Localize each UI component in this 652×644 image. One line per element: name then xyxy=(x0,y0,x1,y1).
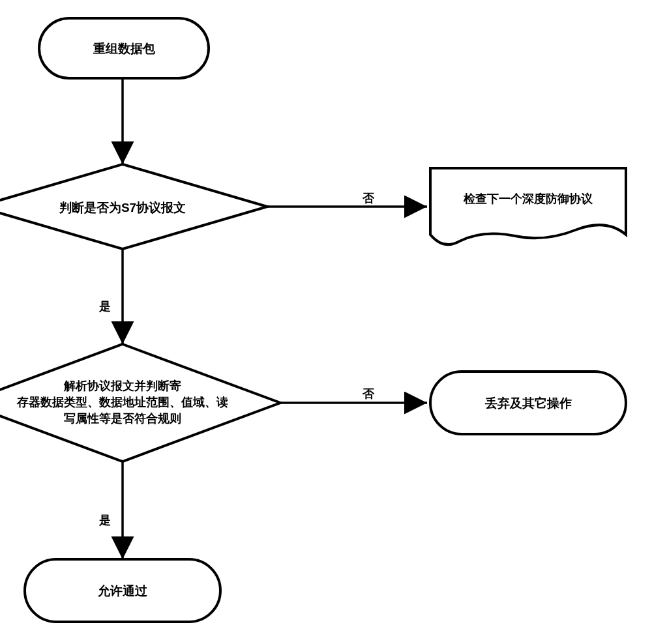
label-decision2: 解析协议报文并判断寄 存器数据类型、数据地址范围、值域、读 写属性等是否符合规则 xyxy=(0,378,256,428)
edge-label-yes-2: 是 xyxy=(99,512,111,528)
edge-label-no-1: 否 xyxy=(363,190,374,206)
flowchart-canvas xyxy=(0,0,652,644)
label-discard: 丢弃及其它操作 xyxy=(430,395,626,413)
label-document: 检查下一个深度防御协议 xyxy=(437,191,619,207)
label-decision1: 判断是否为S7协议报文 xyxy=(20,199,226,217)
edge-label-no-2: 否 xyxy=(363,386,374,402)
edge-label-yes-1: 是 xyxy=(99,299,111,314)
label-pass: 允许通过 xyxy=(25,583,220,600)
label-start: 重组数据包 xyxy=(39,40,209,58)
